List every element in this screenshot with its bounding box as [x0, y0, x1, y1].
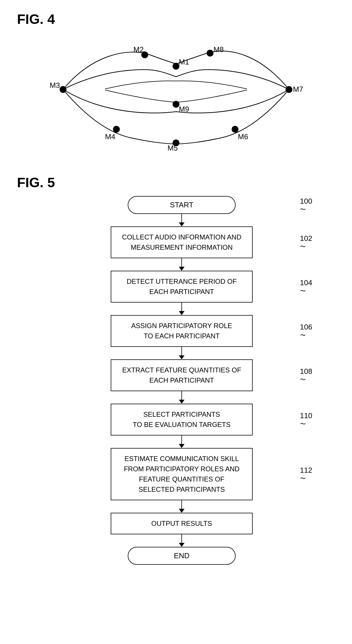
flow-step-output: OUTPUT RESULTS — [28, 513, 335, 547]
fig5-label: FIG. 5 — [17, 175, 335, 190]
flow-step-detect: DETECT UTTERANCE PERIOD OFEACH PARTICIPA… — [28, 271, 335, 315]
flow-step-select: SELECT PARTICIPANTSTO BE EVALUATION TARG… — [28, 404, 335, 448]
wavy-108: 〜 — [300, 376, 306, 384]
flow-step-extract: EXTRACT FEATURE QUANTITIES OFEACH PARTIC… — [28, 359, 335, 404]
fig4-container: M1 M2 M3 M4 M5 M6 M7 M8 M9 — [17, 33, 335, 152]
point-M9 — [173, 101, 179, 108]
ref-100: 100 — [300, 197, 312, 206]
ref-112: 112 — [300, 466, 312, 475]
ref-104: 104 — [300, 278, 312, 287]
label-M3: M3 — [50, 81, 60, 89]
connector-0 — [181, 214, 182, 222]
ref-106: 106 — [300, 323, 312, 332]
arrow-4 — [179, 400, 185, 404]
connector-3 — [181, 347, 182, 355]
step-estimate-box: ESTIMATE COMMUNICATION SKILLFROM PARTICI… — [111, 448, 253, 500]
flowchart: START 100 〜 COLLECT AUDIO INFORMATION AN… — [28, 196, 335, 565]
arrow-1 — [179, 267, 185, 271]
wavy-112: 〜 — [300, 475, 306, 482]
point-M7 — [286, 86, 292, 93]
arrow-7 — [179, 543, 185, 547]
label-M2: M2 — [133, 45, 144, 54]
fig5-container: START 100 〜 COLLECT AUDIO INFORMATION AN… — [17, 196, 335, 565]
wavy-104: 〜 — [300, 287, 306, 295]
arrow-2 — [179, 311, 185, 315]
point-M1 — [173, 63, 179, 70]
connector-2 — [181, 303, 182, 311]
step-collect-box: COLLECT AUDIO INFORMATION ANDMEASUREMENT… — [111, 226, 253, 258]
connector-4 — [181, 391, 182, 400]
label-M8: M8 — [213, 45, 224, 54]
label-M4: M4 — [105, 132, 115, 141]
start-box: START — [128, 196, 236, 214]
end-box: END — [128, 547, 236, 565]
connector-6 — [181, 500, 182, 509]
wavy-100: 〜 — [300, 206, 306, 213]
connector-5 — [181, 435, 182, 444]
arrow-6 — [179, 509, 185, 513]
connector-1 — [181, 258, 182, 267]
label-M7: M7 — [293, 85, 303, 93]
connector-7 — [181, 534, 182, 543]
step-detect-box: DETECT UTTERANCE PERIOD OFEACH PARTICIPA… — [111, 271, 253, 303]
flow-step-assign: ASSIGN PARTICIPATORY ROLETO EACH PARTICI… — [28, 315, 335, 359]
wavy-102: 〜 — [300, 243, 306, 251]
arrow-3 — [179, 355, 185, 359]
flow-end: END — [28, 547, 335, 565]
flow-step-collect: COLLECT AUDIO INFORMATION ANDMEASUREMENT… — [28, 226, 335, 271]
label-M1: M1 — [179, 58, 189, 66]
step-output-box: OUTPUT RESULTS — [111, 513, 253, 534]
point-M8 — [207, 50, 213, 57]
label-M6: M6 — [238, 132, 248, 141]
lip-diagram: M1 M2 M3 M4 M5 M6 M7 M8 M9 — [48, 33, 304, 152]
arrow-0 — [179, 222, 185, 226]
label-M9: M9 — [179, 105, 189, 113]
wavy-110: 〜 — [300, 420, 306, 428]
wavy-106: 〜 — [300, 332, 306, 339]
flow-start: START 100 〜 — [28, 196, 335, 226]
arrow-5 — [179, 444, 185, 448]
fig4-label: FIG. 4 — [17, 11, 335, 27]
ref-102: 102 — [300, 234, 312, 243]
point-M4 — [113, 126, 120, 133]
ref-108: 108 — [300, 367, 312, 376]
step-assign-box: ASSIGN PARTICIPATORY ROLETO EACH PARTICI… — [111, 315, 253, 347]
label-M5: M5 — [167, 144, 178, 152]
point-M6 — [232, 126, 238, 133]
ref-110: 110 — [300, 411, 312, 420]
point-M3 — [60, 86, 66, 93]
step-extract-box: EXTRACT FEATURE QUANTITIES OFEACH PARTIC… — [111, 359, 253, 391]
flow-step-estimate: ESTIMATE COMMUNICATION SKILLFROM PARTICI… — [28, 448, 335, 513]
step-select-box: SELECT PARTICIPANTSTO BE EVALUATION TARG… — [111, 404, 253, 435]
